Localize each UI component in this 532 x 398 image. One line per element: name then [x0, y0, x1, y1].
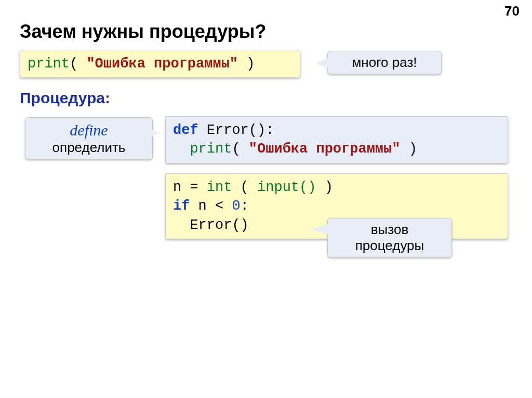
- page-number: 70: [504, 3, 520, 19]
- code-block-1: print( "Ошибка программы" ): [20, 50, 300, 78]
- token-code: (: [232, 180, 257, 195]
- token-keyword: if: [173, 198, 190, 214]
- token-code: Error():: [198, 122, 274, 138]
- callout-tail: [316, 58, 328, 68]
- callout-call-line1: вызов: [335, 222, 444, 238]
- callout-define-translation: определить: [33, 140, 145, 156]
- token-code: Error(): [173, 217, 249, 233]
- slide-title: Зачем нужны процедуры?: [20, 21, 266, 43]
- callout-call-line2: процедуры: [335, 238, 444, 254]
- callout-tail: [144, 128, 161, 138]
- token-code: n =: [173, 180, 207, 195]
- callout-many-times: много раз!: [327, 51, 442, 74]
- token-number: 0: [232, 198, 240, 214]
- token-print: print: [28, 56, 70, 72]
- callout-define: define определить: [25, 117, 153, 159]
- token-print: print: [190, 141, 232, 157]
- token-paren: ): [400, 141, 417, 157]
- token-builtin: input(): [257, 180, 316, 195]
- token-code: n <: [190, 198, 232, 214]
- token-paren: ): [238, 56, 255, 72]
- token-string: "Ошибка программы": [86, 56, 238, 72]
- callout-define-word: define: [33, 121, 145, 140]
- token-paren: (: [70, 56, 86, 72]
- token-string: "Ошибка программы": [249, 141, 401, 157]
- section-heading: Процедура:: [20, 89, 110, 107]
- token-indent: [173, 141, 190, 157]
- callout-procedure-call: вызов процедуры: [327, 218, 452, 257]
- token-builtin: int: [207, 180, 232, 195]
- token-keyword: def: [173, 122, 198, 138]
- callout-text: много раз!: [352, 54, 417, 70]
- token-paren: (: [232, 141, 248, 157]
- token-code: ): [316, 180, 332, 195]
- token-code: :: [241, 198, 249, 214]
- code-block-def: def Error(): print( "Ошибка программы" ): [165, 116, 508, 163]
- callout-tail: [312, 224, 328, 235]
